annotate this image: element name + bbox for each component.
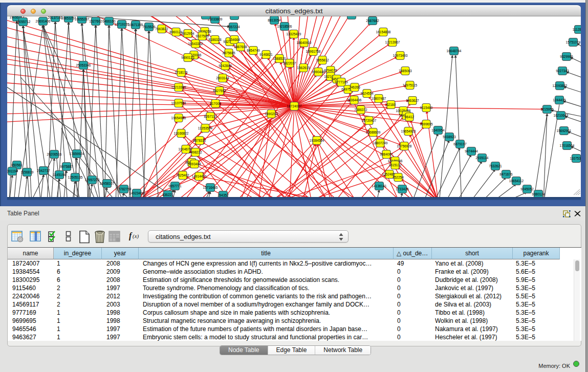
svg-text:817006: 817006 [210, 101, 221, 105]
svg-text:19958107: 19958107 [100, 181, 115, 185]
svg-text:7515526: 7515526 [142, 25, 156, 28]
svg-text:8267110: 8267110 [204, 114, 217, 118]
svg-text:18807249: 18807249 [373, 141, 388, 144]
svg-text:19218506: 19218506 [277, 24, 292, 28]
svg-text:9884067: 9884067 [380, 152, 393, 156]
svg-text:8454749: 8454749 [247, 48, 260, 52]
svg-text:7955812: 7955812 [316, 58, 329, 61]
svg-text:19654985: 19654985 [171, 116, 186, 119]
svg-text:2718176: 2718176 [175, 70, 188, 74]
svg-text:16961758: 16961758 [306, 49, 321, 53]
svg-text:1640954: 1640954 [431, 128, 445, 132]
svg-text:6466160: 6466160 [102, 19, 116, 23]
svg-text:12505135: 12505135 [68, 175, 83, 179]
svg-text:9242848: 9242848 [219, 63, 232, 67]
svg-text:9115460: 9115460 [420, 105, 433, 109]
svg-text:2042737: 2042737 [37, 168, 50, 172]
svg-text:850561: 850561 [11, 163, 23, 166]
svg-text:10688609: 10688609 [366, 130, 381, 134]
svg-text:1156819: 1156819 [21, 170, 34, 173]
svg-text:1615132: 1615132 [388, 163, 402, 166]
svg-text:20206516: 20206516 [47, 152, 62, 156]
svg-text:10655287: 10655287 [75, 17, 90, 20]
svg-text:20137193: 20137193 [48, 16, 63, 19]
svg-text:10807487: 10807487 [372, 96, 386, 100]
svg-text:1244415: 1244415 [553, 98, 566, 101]
svg-text:7357224: 7357224 [227, 25, 240, 28]
svg-text:1733426: 1733426 [396, 187, 409, 190]
svg-text:9245052: 9245052 [520, 187, 534, 190]
svg-text:10973493: 10973493 [393, 53, 408, 57]
svg-text:19654923: 19654923 [401, 129, 416, 133]
svg-text:1527602: 1527602 [89, 19, 102, 23]
svg-text:17859924: 17859924 [70, 151, 84, 155]
svg-text:3624554: 3624554 [360, 91, 374, 95]
svg-text:12975115: 12975115 [403, 83, 418, 86]
svg-text:19055712: 19055712 [16, 19, 31, 23]
svg-text:25053346: 25053346 [76, 63, 91, 67]
svg-text:15720407: 15720407 [362, 118, 377, 122]
svg-text:16782759: 16782759 [117, 187, 132, 190]
svg-text:8878332: 8878332 [193, 138, 206, 142]
svg-text:8471676: 8471676 [499, 172, 513, 176]
svg-text:8186328: 8186328 [208, 37, 222, 41]
svg-text:19756928: 19756928 [397, 144, 412, 147]
svg-text:10719155: 10719155 [115, 22, 129, 26]
svg-text:2935114: 2935114 [476, 156, 489, 159]
svg-text:96412: 96412 [405, 115, 414, 118]
svg-text:9380124: 9380124 [532, 192, 545, 195]
svg-text:(x): (x) [133, 233, 139, 239]
svg-text:3215955: 3215955 [540, 107, 554, 111]
svg-text:15692901: 15692901 [557, 128, 572, 132]
svg-text:2803144: 2803144 [216, 76, 229, 79]
svg-text:15751074: 15751074 [566, 40, 581, 43]
svg-text:294352: 294352 [217, 193, 229, 196]
svg-text:20364436: 20364436 [347, 98, 362, 101]
svg-text:14136141: 14136141 [372, 184, 387, 187]
svg-text:1562615: 1562615 [297, 65, 310, 69]
svg-text:9327503: 9327503 [195, 34, 209, 37]
svg-text:7386372: 7386372 [354, 107, 367, 111]
svg-text:6879197: 6879197 [453, 142, 467, 145]
svg-text:10671355: 10671355 [128, 23, 143, 26]
svg-text:1112846: 1112846 [573, 27, 581, 31]
svg-text:9474444: 9474444 [465, 149, 478, 152]
svg-text:4498222: 4498222 [189, 150, 202, 154]
svg-text:10107554: 10107554 [171, 101, 186, 104]
svg-text:20691406: 20691406 [36, 19, 51, 23]
svg-text:8912954: 8912954 [181, 31, 194, 35]
svg-text:7663822: 7663822 [155, 27, 168, 30]
svg-text:1145194: 1145194 [53, 172, 66, 176]
svg-text:9794078: 9794078 [324, 68, 337, 72]
svg-text:10654112: 10654112 [509, 179, 524, 182]
svg-text:18640910: 18640910 [297, 40, 312, 44]
svg-text:5938923: 5938923 [443, 135, 456, 138]
svg-text:10853257: 10853257 [61, 16, 76, 20]
svg-text:19384554: 19384554 [310, 138, 324, 142]
svg-text:9975887: 9975887 [60, 164, 73, 168]
svg-text:7485063: 7485063 [399, 69, 412, 72]
svg-text:7632621: 7632621 [489, 164, 502, 167]
svg-text:1588520: 1588520 [273, 56, 286, 60]
svg-text:9657771: 9657771 [168, 184, 182, 187]
svg-text:1167534: 1167534 [570, 156, 581, 160]
svg-text:16154838: 16154838 [376, 30, 391, 33]
svg-text:11353594: 11353594 [198, 126, 213, 129]
svg-text:18724007: 18724007 [287, 104, 302, 107]
svg-text:9990448: 9990448 [312, 70, 325, 73]
svg-text:2687682: 2687682 [366, 18, 379, 22]
svg-text:154664: 154664 [229, 37, 240, 41]
svg-text:9699695: 9699695 [420, 122, 433, 125]
svg-text:15716485: 15716485 [203, 185, 218, 189]
svg-text:f: f [129, 231, 133, 240]
svg-text:14914479: 14914479 [192, 174, 207, 178]
svg-text:1890203: 1890203 [265, 112, 278, 115]
svg-text:14923466: 14923466 [129, 191, 144, 194]
svg-text:12213389: 12213389 [171, 85, 186, 89]
svg-text:2867608: 2867608 [234, 45, 247, 48]
svg-text:8427552: 8427552 [213, 89, 226, 92]
svg-text:9146821: 9146821 [259, 52, 273, 56]
svg-text:7625402: 7625402 [176, 173, 189, 177]
svg-text:12093882: 12093882 [553, 83, 568, 87]
svg-text:9890123: 9890123 [181, 55, 194, 59]
